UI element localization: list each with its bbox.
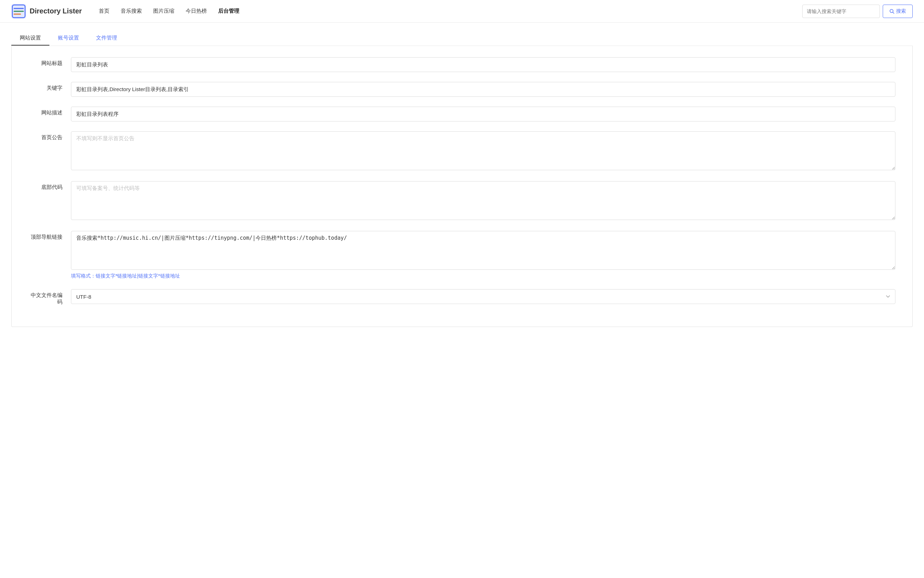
- search-button-label: 搜索: [896, 8, 906, 15]
- label-site-title: 网站标题: [29, 57, 71, 67]
- logo-icon: [11, 4, 26, 19]
- input-site-title[interactable]: [71, 57, 895, 72]
- control-keywords: [71, 82, 895, 97]
- main-content: 网站设置 账号设置 文件管理 网站标题 关键字 网站描述 首: [0, 23, 924, 335]
- form-row-encoding: 中文文件名编码 UTF-8 GBK: [11, 289, 913, 305]
- control-nav-links: 音乐搜索*http://music.hi.cn/|图片压缩*https://ti…: [71, 231, 895, 279]
- nav-links-hint: 填写格式：链接文字*链接地址|链接文字*链接地址: [71, 273, 895, 279]
- svg-line-6: [893, 12, 894, 13]
- form-row-footer-code: 底部代码: [11, 181, 913, 221]
- search-icon: [889, 9, 894, 14]
- tab-site-settings[interactable]: 网站设置: [11, 31, 49, 45]
- header: Directory Lister 首页 音乐搜索 图片压缩 今日热榜 后台管理 …: [0, 0, 924, 23]
- label-nav-links: 顶部导航链接: [29, 231, 71, 240]
- logo-text: Directory Lister: [30, 7, 82, 15]
- nav-links: 首页 音乐搜索 图片压缩 今日热榜 后台管理: [99, 6, 802, 16]
- form-row-nav-links: 顶部导航链接 音乐搜索*http://music.hi.cn/|图片压缩*htt…: [11, 231, 913, 279]
- control-announcement: [71, 132, 895, 171]
- select-encoding[interactable]: UTF-8 GBK: [71, 289, 895, 304]
- label-footer-code: 底部代码: [29, 181, 71, 191]
- nav-home[interactable]: 首页: [99, 6, 109, 16]
- form-row-description: 网站描述: [11, 107, 913, 122]
- input-description[interactable]: [71, 107, 895, 122]
- form-panel: 网站标题 关键字 网站描述 首页公告 底: [11, 46, 913, 327]
- tabs: 网站设置 账号设置 文件管理: [11, 31, 913, 46]
- label-keywords: 关键字: [29, 82, 71, 91]
- nav-music[interactable]: 音乐搜索: [121, 6, 142, 16]
- label-announcement: 首页公告: [29, 132, 71, 141]
- tab-account-settings[interactable]: 账号设置: [49, 31, 88, 45]
- search-button[interactable]: 搜索: [883, 5, 913, 18]
- form-row-keywords: 关键字: [11, 82, 913, 97]
- control-description: [71, 107, 895, 122]
- nav-admin[interactable]: 后台管理: [218, 6, 239, 16]
- search-area: 搜索: [802, 5, 913, 18]
- label-encoding: 中文文件名编码: [29, 289, 71, 305]
- form-row-announcement: 首页公告: [11, 132, 913, 171]
- label-description: 网站描述: [29, 107, 71, 116]
- form-row-site-title: 网站标题: [11, 57, 913, 72]
- logo-link[interactable]: Directory Lister: [11, 4, 82, 19]
- input-keywords[interactable]: [71, 82, 895, 97]
- control-encoding: UTF-8 GBK: [71, 289, 895, 304]
- nav-hot[interactable]: 今日热榜: [186, 6, 207, 16]
- tab-file-management[interactable]: 文件管理: [88, 31, 126, 45]
- textarea-announcement[interactable]: [71, 132, 895, 170]
- control-footer-code: [71, 181, 895, 221]
- textarea-nav-links[interactable]: 音乐搜索*http://music.hi.cn/|图片压缩*https://ti…: [71, 231, 895, 270]
- search-input[interactable]: [802, 5, 880, 18]
- textarea-footer-code[interactable]: [71, 181, 895, 220]
- nav-image[interactable]: 图片压缩: [153, 6, 174, 16]
- control-site-title: [71, 57, 895, 72]
